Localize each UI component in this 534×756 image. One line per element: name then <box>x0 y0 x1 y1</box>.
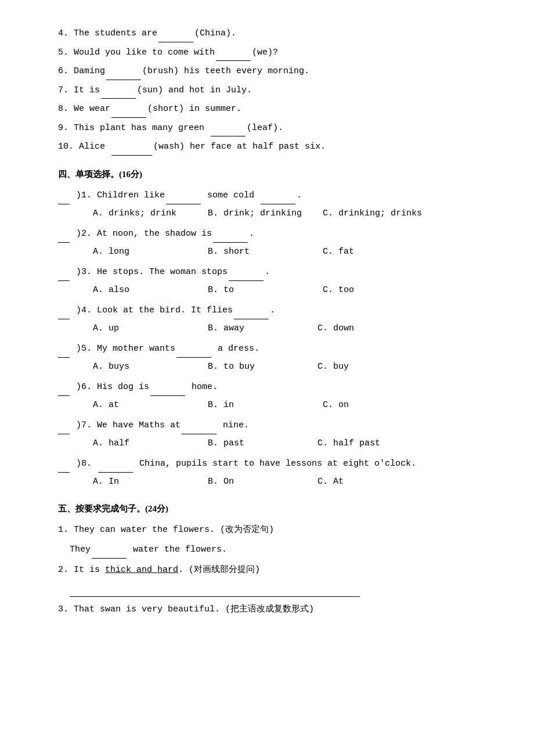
choice-q1-text: )1. Children like some cold . <box>58 187 499 204</box>
section4: 四、单项选择。(16分) )1. Children like some cold… <box>58 166 499 491</box>
section5: 五、按要求完成句子。(24分) 1. They can water the fl… <box>58 501 499 618</box>
blank <box>158 42 193 42</box>
item-num: 5. <box>58 48 68 57</box>
item-num: 10. <box>58 142 74 152</box>
blank <box>111 155 152 156</box>
underline-phrase: thick and hard <box>105 565 178 575</box>
choice-q6: )6. His dog is home. A. at B. in C. on <box>58 379 499 413</box>
section5-title: 五、按要求完成句子。(24分) <box>58 501 499 517</box>
choice-q2-text: )2. At noon, the shadow is. <box>58 225 499 243</box>
fill-item-4: 4. The students are(China). <box>58 26 499 42</box>
section5-q1: 1. They can water the flowers. (改为否定句) <box>58 522 499 539</box>
section5-q2: 2. It is thick and hard. (对画线部分提问) <box>58 562 499 579</box>
fill-blanks-section: 4. The students are(China). 5. Would you… <box>58 26 499 156</box>
choice-q5-text: )5. My mother wants a dress. <box>58 340 499 358</box>
choice-q2: )2. At noon, the shadow is. A. long B. s… <box>58 225 499 260</box>
choice-q5-options: A. buys B. to buy C. buy <box>93 359 499 376</box>
item-num: 4. <box>58 28 68 38</box>
section5-q1-answer: They water the flowers. <box>70 542 499 559</box>
choice-q7-options: A. half B. past C. half past <box>93 435 499 452</box>
choice-q3-text: )3. He stops. The woman stops. <box>58 264 499 281</box>
item-num: 7. <box>58 85 68 95</box>
fill-item-7: 7. It is(sun) and hot in July. <box>58 82 499 99</box>
section5-q3: 3. That swan is very beautiful. (把主语改成复数… <box>58 602 499 618</box>
choice-q2-options: A. long B. short C. fat <box>93 244 499 261</box>
item-num: 9. <box>58 123 68 133</box>
fill-item-8: 8. We wear(short) in summer. <box>58 101 499 118</box>
section4-title: 四、单项选择。(16分) <box>58 166 499 183</box>
blank <box>106 80 141 80</box>
choice-q6-text: )6. His dog is home. <box>58 379 499 396</box>
item-num: 6. <box>58 66 68 76</box>
choice-q6-options: A. at B. in C. on <box>93 397 499 414</box>
choice-q4: )4. Look at the bird. It flies. A. up B.… <box>58 302 499 337</box>
blank <box>111 117 146 118</box>
blank <box>211 136 246 136</box>
item-num: 8. <box>58 104 68 114</box>
choice-q3-options: A. also B. to C. too <box>93 282 499 299</box>
blank <box>216 60 251 61</box>
choice-q4-options: A. up B. away C. down <box>93 321 499 337</box>
choice-q5: )5. My mother wants a dress. A. buys B. … <box>58 340 499 375</box>
fill-item-9: 9. This plant has many green (leaf). <box>58 120 499 137</box>
fill-item-5: 5. Would you like to come with(we)? <box>58 45 499 62</box>
choice-q7: )7. We have Maths at nine. A. half B. pa… <box>58 417 499 452</box>
fill-item-10: 10. Alice (wash) her face at half past s… <box>58 139 499 156</box>
blank <box>101 98 136 99</box>
choice-q8-options: A. In B. On C. At <box>93 474 499 491</box>
choice-q7-text: )7. We have Maths at nine. <box>58 417 499 434</box>
choice-q8: )8. China, pupils start to have lessons … <box>58 455 499 490</box>
choice-q3: )3. He stops. The woman stops. A. also B… <box>58 264 499 298</box>
answer-line-q2 <box>70 583 360 597</box>
fill-item-6: 6. Daming(brush) his teeth every morning… <box>58 63 499 80</box>
choice-q4-text: )4. Look at the bird. It flies. <box>58 302 499 319</box>
choice-q1-options: A. drinks; drink B. drink; drinking C. d… <box>93 206 499 222</box>
choice-q1: )1. Children like some cold . A. drinks;… <box>58 187 499 222</box>
choice-q8-text: )8. China, pupils start to have lessons … <box>58 455 499 473</box>
